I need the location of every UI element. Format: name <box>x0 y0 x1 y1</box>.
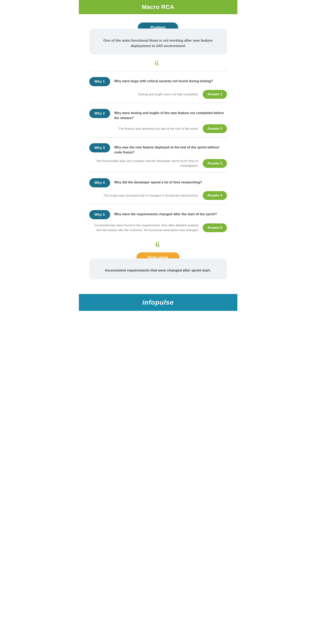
why-section-1: Why 1 Why were bugs with critical severi… <box>89 71 227 103</box>
why-question-3: Why was the new feature deployed at the … <box>114 143 227 155</box>
why-section-5: Why 5 Why were the requirements changed … <box>89 204 227 236</box>
answer-row-1: Testing and bugfix were not fully comple… <box>89 90 227 99</box>
why-badge-2: Why 2 <box>89 109 110 118</box>
why-row-3: Why 3 Why was the new feature deployed a… <box>89 143 227 155</box>
why-badge-1: Why 1 <box>89 77 110 86</box>
answer-row-3: The functionality was very complex and t… <box>89 159 227 168</box>
answer-text-4: The scope was increased due to changes i… <box>89 193 199 198</box>
why-badge-3: Why 3 <box>89 143 110 152</box>
answer-badge-5: Answer 5 <box>203 224 227 232</box>
answer-text-5: Inconsistencies were found in the requir… <box>89 223 199 232</box>
page-footer: infopulse <box>79 294 237 311</box>
page-title: Macro RCA <box>79 4 237 10</box>
root-cause-section: Root cause Inconsistent requirements tha… <box>89 252 227 280</box>
why-question-4: Why did the developer spend a lot of tim… <box>114 178 202 185</box>
why-question-1: Why were bugs with critical severity not… <box>114 77 213 84</box>
answer-badge-2: Answer 2 <box>203 124 227 133</box>
problem-section: Problem One of the main functional flows… <box>89 22 227 55</box>
answer-badge-1: Answer 1 <box>203 90 227 99</box>
problem-text: One of the main functional flows is not … <box>100 38 217 48</box>
why-section-3: Why 3 Why was the new feature deployed a… <box>89 137 227 172</box>
root-cause-box: Inconsistent requirements that were chan… <box>89 258 227 280</box>
answer-row-4: The scope was increased due to changes i… <box>89 191 227 200</box>
root-cause-text: Inconsistent requirements that were chan… <box>98 268 219 273</box>
answer-row-2: The feature was delivered too late at th… <box>89 124 227 133</box>
why-badge-4: Why 4 <box>89 178 110 188</box>
why-question-5: Why were the requirements changed after … <box>114 210 217 217</box>
answer-row-5: Inconsistencies were found in the requir… <box>89 223 227 232</box>
why-row-2: Why 2 Why were testing and bugfix of the… <box>89 109 227 120</box>
brand-name: infopulse <box>142 298 174 306</box>
why-row-1: Why 1 Why were bugs with critical severi… <box>89 77 227 86</box>
answer-text-2: The feature was delivered too late at th… <box>89 126 199 131</box>
answer-text-1: Testing and bugfix were not fully comple… <box>89 92 199 97</box>
arrow-down-2 <box>89 240 227 248</box>
answer-badge-4: Answer 4 <box>203 191 227 200</box>
arrow-down-1 <box>89 59 227 67</box>
page-header: Macro RCA <box>79 0 237 14</box>
why-badge-5: Why 5 <box>89 210 110 219</box>
answer-badge-3: Answer 3 <box>203 159 227 168</box>
main-content: Problem One of the main functional flows… <box>79 14 237 288</box>
why-row-5: Why 5 Why were the requirements changed … <box>89 210 227 219</box>
problem-box: One of the main functional flows is not … <box>89 28 227 55</box>
why-row-4: Why 4 Why did the developer spend a lot … <box>89 178 227 188</box>
why-section-4: Why 4 Why did the developer spend a lot … <box>89 172 227 204</box>
why-question-2: Why were testing and bugfix of the new f… <box>114 109 227 120</box>
why-section-2: Why 2 Why were testing and bugfix of the… <box>89 103 227 137</box>
answer-text-3: The functionality was very complex and t… <box>89 159 199 168</box>
